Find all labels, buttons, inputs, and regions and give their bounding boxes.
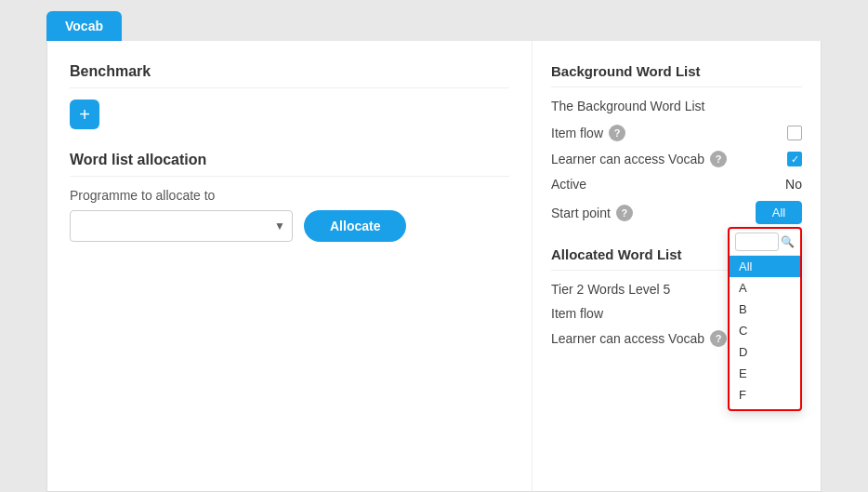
right-panel: Background Word List The Background Word… bbox=[533, 41, 821, 491]
active-row: Active No bbox=[551, 177, 802, 192]
tab-bar: Vocab bbox=[0, 0, 868, 41]
dropdown-search-input[interactable] bbox=[735, 233, 779, 251]
search-icon: 🔍 bbox=[781, 235, 795, 248]
allocated-learner-vocab-label: Learner can access Vocab ? bbox=[551, 330, 727, 347]
dropdown-option-c[interactable]: C bbox=[730, 320, 800, 341]
select-wrapper: ▼ bbox=[70, 210, 293, 242]
word-list-allocation-title: Word list allocation bbox=[70, 152, 509, 177]
start-point-dropdown-btn[interactable]: All bbox=[756, 201, 802, 224]
start-point-label: Start point ? bbox=[551, 205, 633, 221]
dropdown-option-f[interactable]: F bbox=[730, 384, 800, 406]
background-word-list-subtitle: The Background Word List bbox=[551, 99, 802, 113]
dropdown-option-all[interactable]: All bbox=[730, 256, 800, 277]
left-panel: Benchmark + Word list allocation Program… bbox=[47, 41, 533, 491]
learner-vocab-help-icon[interactable]: ? bbox=[710, 151, 727, 167]
tab-vocab[interactable]: Vocab bbox=[46, 11, 122, 41]
benchmark-title: Benchmark bbox=[70, 63, 509, 88]
dropdown-option-d[interactable]: D bbox=[730, 341, 800, 363]
programme-label: Programme to allocate to bbox=[70, 188, 509, 203]
programme-select[interactable] bbox=[70, 210, 293, 242]
active-value: No bbox=[785, 177, 802, 192]
item-flow-row: Item flow ? bbox=[551, 125, 802, 141]
item-flow-label: Item flow ? bbox=[551, 125, 625, 141]
start-point-help-icon[interactable]: ? bbox=[616, 205, 633, 221]
dropdown-search-row: 🔍 bbox=[730, 229, 800, 256]
dropdown-option-b[interactable]: B bbox=[730, 299, 800, 320]
item-flow-help-icon[interactable]: ? bbox=[609, 125, 625, 141]
allocated-learner-vocab-help-icon[interactable]: ? bbox=[710, 330, 727, 347]
allocate-button[interactable]: Allocate bbox=[304, 210, 406, 242]
start-point-row: Start point ? All 🔍 All A B C D E F bbox=[551, 201, 802, 224]
background-word-list-title: Background Word List bbox=[551, 63, 802, 87]
allocation-row: ▼ Allocate bbox=[70, 210, 509, 242]
item-flow-checkbox[interactable] bbox=[787, 126, 802, 140]
learner-access-vocab-checkbox[interactable]: ✓ bbox=[787, 152, 802, 166]
add-button[interactable]: + bbox=[70, 100, 99, 129]
word-list-section: Word list allocation Programme to alloca… bbox=[70, 152, 509, 242]
dropdown-option-a[interactable]: A bbox=[730, 277, 800, 299]
start-point-dropdown-popup: 🔍 All A B C D E F bbox=[728, 227, 802, 411]
active-label: Active bbox=[551, 177, 586, 192]
dropdown-option-e[interactable]: E bbox=[730, 363, 800, 384]
learner-access-vocab-label: Learner can access Vocab ? bbox=[551, 151, 727, 167]
learner-access-vocab-row: Learner can access Vocab ? ✓ bbox=[551, 151, 802, 167]
main-content: Benchmark + Word list allocation Program… bbox=[46, 41, 822, 492]
allocated-item-flow-label: Item flow bbox=[551, 306, 603, 321]
